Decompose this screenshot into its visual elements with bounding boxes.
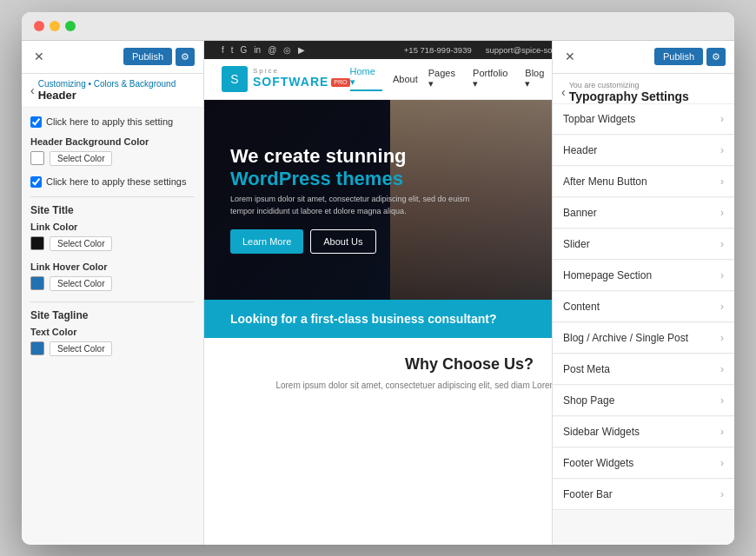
right-gear-button[interactable]: ⚙ [706, 48, 726, 66]
typography-settings-title: Typography Settings [569, 89, 689, 103]
menu-item-label: Banner [563, 207, 597, 219]
nav-home[interactable]: Home ▾ [350, 66, 383, 91]
instagram-icon: @ [268, 45, 276, 55]
typography-menu-item[interactable]: Content› [553, 292, 734, 322]
close-button[interactable] [34, 21, 44, 31]
left-publish-button[interactable]: Publish [123, 48, 172, 65]
hero-title: We create stunning WordPress themes [230, 145, 494, 191]
header-bg-select-color-button[interactable]: Select Color [50, 151, 112, 166]
text-color-label: Text Color [30, 327, 195, 337]
link-hover-select-button[interactable]: Select Color [50, 276, 112, 291]
hero-subtitle: Lorem ipsum dolor sit amet, consectetur … [230, 194, 494, 217]
camera-icon: ◎ [283, 45, 291, 55]
typography-menu-item[interactable]: Banner› [553, 198, 734, 228]
chevron-right-icon: › [720, 113, 724, 125]
typography-menu-item[interactable]: Homepage Section› [553, 261, 734, 291]
chevron-right-icon: › [720, 426, 724, 438]
right-close-button[interactable]: ✕ [561, 48, 579, 65]
typography-menu-item[interactable]: Post Meta› [553, 354, 734, 385]
logo-icon: S [222, 66, 248, 92]
link-hover-color-label: Link Hover Color [30, 261, 195, 272]
topbar-social-icons: f t G in @ ◎ ▶ [222, 45, 305, 55]
typography-menu-item[interactable]: Footer Bar› [553, 480, 734, 510]
link-hover-color-row: Select Color [30, 276, 195, 291]
left-publish-bar: Publish ⚙ [123, 48, 195, 66]
googleplus-icon: G [241, 45, 248, 55]
chevron-right-icon: › [720, 363, 724, 375]
link-color-row: Select Color [30, 236, 195, 251]
left-gear-button[interactable]: ⚙ [176, 48, 195, 66]
text-color-row: Select Color [30, 341, 195, 356]
nav-pages[interactable]: Pages ▾ [428, 68, 462, 89]
menu-item-label: Shop Page [563, 394, 614, 407]
right-typography-panel: ✕ Publish ⚙ ‹ You are customizing Typogr… [552, 41, 734, 545]
right-breadcrumb-bar: ‹ You are customizing Typography Setting… [553, 74, 734, 104]
typography-menu-item[interactable]: After Menu Button› [553, 167, 734, 197]
checkbox-row-2: Click here to apply these settings [30, 176, 195, 188]
site-tagline-section-label: Site Tagline [30, 309, 195, 321]
back-arrow-icon[interactable]: ‹ [30, 83, 35, 97]
youtube-icon: ▶ [298, 45, 305, 55]
chevron-right-icon: › [720, 207, 724, 219]
you-are-customizing-label: You are customizing [569, 81, 689, 89]
blue-strip-text: Looking for a first-class business consu… [230, 312, 497, 326]
learn-more-button[interactable]: Learn More [230, 229, 303, 254]
typography-menu-item[interactable]: Shop Page› [553, 386, 734, 416]
typography-menu-item[interactable]: Header› [553, 136, 734, 166]
left-close-button[interactable]: ✕ [30, 48, 48, 65]
chevron-right-icon: › [720, 457, 724, 469]
apply-setting-label-1: Click here to apply this setting [46, 116, 173, 127]
nav-about[interactable]: About [393, 74, 418, 84]
right-publish-bar: Publish ⚙ [654, 48, 726, 66]
chevron-right-icon: › [720, 144, 724, 156]
logo-pro-badge: PRO [331, 78, 349, 87]
minimize-button[interactable] [50, 21, 60, 31]
menu-item-label: Content [563, 301, 600, 313]
hero-title-line1: We create stunning [230, 145, 407, 167]
phone-text: +15 718-999-3939 [404, 45, 472, 55]
typography-menu-item[interactable]: Sidebar Widgets› [553, 417, 734, 447]
header-bg-swatch [30, 151, 44, 165]
menu-item-label: Topbar Widgets [563, 113, 635, 125]
site-title-section-label: Site Title [30, 204, 195, 216]
maximize-button[interactable] [65, 21, 76, 31]
typography-menu-list: Topbar Widgets›Header›After Menu Button›… [553, 104, 734, 511]
hero-content: We create stunning WordPress themes Lore… [230, 145, 494, 255]
facebook-icon: f [222, 45, 224, 55]
text-color-swatch [30, 341, 44, 355]
chevron-right-icon: › [720, 301, 724, 313]
menu-item-label: Slider [563, 238, 590, 250]
apply-setting-checkbox-2[interactable] [30, 176, 42, 188]
nav-blog[interactable]: Blog ▾ [525, 68, 551, 89]
menu-item-label: Sidebar Widgets [563, 426, 640, 438]
link-color-swatch [30, 236, 44, 250]
nav-portfolio[interactable]: Portfolio ▾ [473, 68, 514, 89]
browser-window: ✕ Publish ⚙ ‹ Customizing • Colors & Bac… [22, 12, 734, 545]
section-current-label: Header [38, 89, 176, 102]
divider-2 [30, 301, 195, 302]
link-color-select-button[interactable]: Select Color [50, 236, 112, 251]
apply-setting-checkbox-1[interactable] [30, 116, 42, 128]
right-publish-button[interactable]: Publish [654, 48, 703, 65]
typography-menu-item[interactable]: Slider› [553, 229, 734, 260]
right-back-arrow-icon[interactable]: ‹ [561, 85, 566, 99]
typography-menu-item[interactable]: Footer Widgets› [553, 448, 734, 479]
left-panel-header: ✕ Publish ⚙ [22, 41, 203, 74]
app-container: ✕ Publish ⚙ ‹ Customizing • Colors & Bac… [22, 41, 734, 545]
checkbox-row-1: Click here to apply this setting [30, 116, 195, 128]
header-bg-color-label: Header Background Color [30, 136, 195, 147]
site-logo: S Spice SOFTWARE PRO [222, 66, 350, 92]
about-us-button[interactable]: About Us [310, 229, 375, 254]
right-panel-header: ✕ Publish ⚙ [553, 41, 734, 74]
text-color-select-button[interactable]: Select Color [50, 341, 112, 356]
typography-menu-item[interactable]: Blog / Archive / Single Post› [553, 323, 734, 354]
breadcrumb-text: Customizing • Colors & Background [38, 79, 176, 89]
chevron-right-icon: › [720, 332, 724, 344]
chevron-right-icon: › [720, 394, 724, 407]
logo-text: Spice SOFTWARE PRO [253, 68, 350, 89]
menu-item-label: After Menu Button [563, 175, 647, 188]
typography-menu-item[interactable]: Topbar Widgets› [553, 104, 734, 135]
logo-software-text: SOFTWARE [253, 76, 328, 89]
divider-1 [30, 196, 195, 197]
linkedin-icon: in [254, 45, 261, 55]
